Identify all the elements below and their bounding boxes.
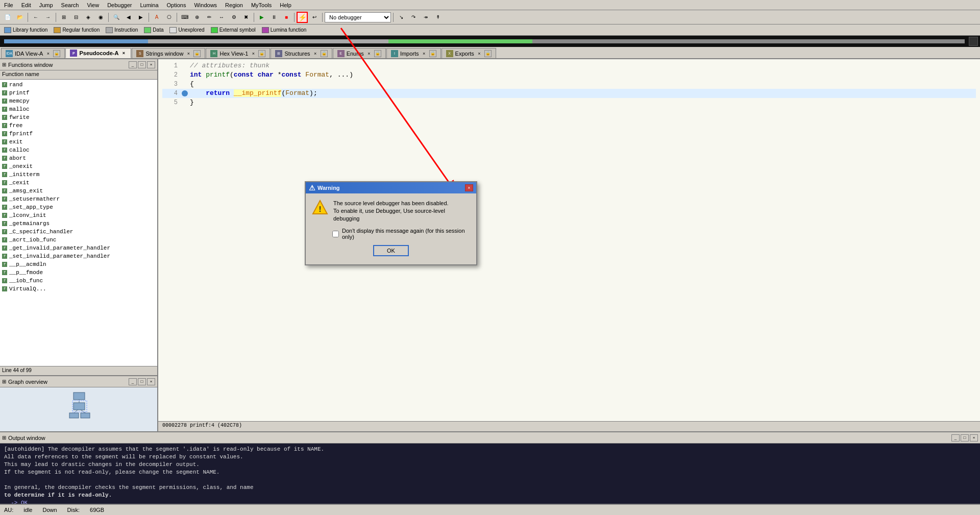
func-item-abort[interactable]: f abort [0, 154, 157, 162]
debugger-select[interactable]: No debugger [325, 12, 391, 22]
tab-close-structures[interactable]: × [312, 51, 318, 57]
dialog-dont-show-checkbox[interactable] [332, 231, 339, 237]
search-next[interactable]: ▶ [135, 12, 146, 23]
tab-strings-window[interactable]: S Strings window × 🔒 [132, 48, 205, 58]
tab-close-ida-view-a[interactable]: × [45, 51, 51, 57]
menu-search[interactable]: Search [59, 2, 81, 9]
func-item-setusermatherr[interactable]: f _setusermatherr [0, 195, 157, 203]
func-item-malloc[interactable]: f malloc [0, 105, 157, 113]
decompile-button[interactable]: ⚙ [228, 12, 239, 23]
cancel-button-tool[interactable]: ✖ [240, 12, 252, 23]
stop-button[interactable]: ■ [281, 12, 292, 23]
back-button[interactable]: ← [30, 12, 41, 23]
tab-lock-enums[interactable]: 🔒 [374, 50, 381, 57]
tab-pseudocode-a[interactable]: P Pseudocode-A × [65, 48, 131, 58]
func-item-c-specific[interactable]: f _C_specific_handler [0, 228, 157, 236]
dialog-ok-button[interactable]: OK [373, 245, 409, 256]
graph-minimize[interactable]: _ [129, 378, 137, 385]
func-item-amsg-exit[interactable]: f _amsg_exit [0, 187, 157, 195]
func-item-memcpy[interactable]: f memcpy [0, 97, 157, 105]
func-item-getmainargs[interactable]: f _getmainargs [0, 219, 157, 228]
nav-button-4[interactable]: ◉ [95, 12, 106, 23]
menu-region[interactable]: Region [223, 2, 245, 9]
search-button[interactable]: 🔍 [111, 12, 122, 23]
dialog-checkbox-label[interactable]: Don't display this message again (for th… [342, 228, 470, 240]
tab-close-exports[interactable]: × [476, 51, 482, 57]
tab-lock-exports[interactable]: 🔒 [484, 50, 492, 57]
func-item-free[interactable]: f free [0, 121, 157, 130]
tab-lock-imports[interactable]: 🔒 [429, 50, 436, 57]
func-item-printf[interactable]: f printf [0, 89, 157, 97]
func-item-cexit[interactable]: f _cexit [0, 179, 157, 187]
forward-button[interactable]: → [42, 12, 54, 23]
output-minimize[interactable]: _ [951, 434, 960, 442]
menu-options[interactable]: Options [165, 2, 188, 9]
nav-button-2[interactable]: ⊟ [70, 12, 82, 23]
dialog-close-button[interactable]: × [465, 184, 473, 191]
func-item-exit[interactable]: f exit [0, 138, 157, 146]
func-item-acrt-iob[interactable]: f _acrt_iob_func [0, 236, 157, 244]
func-item-onexit[interactable]: f _onexit [0, 162, 157, 170]
tab-close-strings-window[interactable]: × [185, 51, 191, 57]
menu-windows[interactable]: Windows [192, 2, 219, 9]
func-item-virtualq[interactable]: f VirtualQ... [0, 285, 157, 293]
func-item-iob-func[interactable]: f __iob_func [0, 277, 157, 285]
tab-lock-strings[interactable]: 🔒 [193, 50, 201, 57]
menu-lumina[interactable]: Lumina [138, 2, 160, 9]
detach-button[interactable]: ↩ [309, 12, 320, 23]
output-close[interactable]: × [970, 434, 978, 442]
functions-list[interactable]: f rand f printf f memcpy f malloc [0, 80, 157, 366]
tab-close-imports[interactable]: × [421, 51, 427, 57]
graph-close[interactable]: × [147, 378, 155, 385]
func-item-p-acmdln[interactable]: f __p__acmdln [0, 260, 157, 268]
menu-mytools[interactable]: MyTools [249, 2, 274, 9]
run-button[interactable]: ▶ [256, 12, 267, 23]
tab-structures[interactable]: ⊞ Structures × 🔒 [271, 48, 332, 58]
menu-edit[interactable]: Edit [19, 2, 33, 9]
tab-exports[interactable]: X Exports × 🔒 [442, 48, 496, 58]
tab-hex-view-1[interactable]: H Hex View-1 × 🔒 [206, 48, 270, 58]
menu-debugger[interactable]: Debugger [105, 2, 134, 9]
func-item-lconv-init[interactable]: f _lconv_init [0, 211, 157, 219]
menu-file[interactable]: File [2, 2, 15, 9]
tab-lock-hex[interactable]: 🔒 [258, 50, 265, 57]
run-to[interactable]: ↠ [420, 12, 431, 23]
func-item-fwrite[interactable]: f fwrite [0, 113, 157, 121]
tab-imports[interactable]: I Imports × 🔒 [386, 48, 441, 58]
nav-button-1[interactable]: ⊞ [58, 12, 69, 23]
tab-lock-ida[interactable]: 🔒 [53, 50, 60, 57]
new-button[interactable]: 📄 [2, 12, 13, 23]
func-item-calloc[interactable]: f calloc [0, 146, 157, 154]
tab-close-pseudocode-a[interactable]: × [120, 50, 127, 56]
step-over[interactable]: ↷ [408, 12, 419, 23]
nav-button-3[interactable]: ◈ [83, 12, 94, 23]
output-content[interactable]: [autohidden] The decompiler assumes that… [0, 444, 980, 504]
menu-view[interactable]: View [85, 2, 101, 9]
open-button[interactable]: 📂 [14, 12, 26, 23]
func-item-set-app-type[interactable]: f _set_app_type [0, 203, 157, 211]
func-item-p-fmode[interactable]: f __p__fmode [0, 268, 157, 277]
rename-button[interactable]: ✏ [204, 12, 215, 23]
jump-addr[interactable]: ⊕ [191, 12, 203, 23]
step-out[interactable]: ↟ [432, 12, 444, 23]
code-area[interactable]: 1 // attributes: thunk 2 int printf(cons… [158, 59, 980, 421]
tab-close-hex-view-1[interactable]: × [250, 51, 256, 57]
func-item-set-invalid[interactable]: f _set_invalid_parameter_handler [0, 252, 157, 260]
xref-button[interactable]: ↔ [216, 12, 227, 23]
search-prev[interactable]: ◀ [123, 12, 134, 23]
tab-close-enums[interactable]: × [366, 51, 372, 57]
step-into[interactable]: ↘ [396, 12, 407, 23]
pause-button[interactable]: ⏸ [268, 12, 280, 23]
tab-lock-struct[interactable]: 🔒 [321, 50, 328, 57]
nav-right-btn[interactable] [969, 37, 978, 46]
tab-enums[interactable]: E Enums × 🔒 [333, 48, 386, 58]
attach-debugger-button[interactable]: ⚡ [297, 12, 308, 23]
output-restore[interactable]: □ [961, 434, 969, 442]
color-button[interactable]: A [151, 12, 162, 23]
patch-button[interactable]: ⎔ [163, 12, 175, 23]
functions-close[interactable]: × [147, 61, 155, 68]
menu-help[interactable]: Help [278, 2, 293, 9]
functions-minimize[interactable]: _ [129, 61, 137, 68]
func-item-rand[interactable]: f rand [0, 81, 157, 89]
func-item-initterm[interactable]: f _initterm [0, 170, 157, 179]
